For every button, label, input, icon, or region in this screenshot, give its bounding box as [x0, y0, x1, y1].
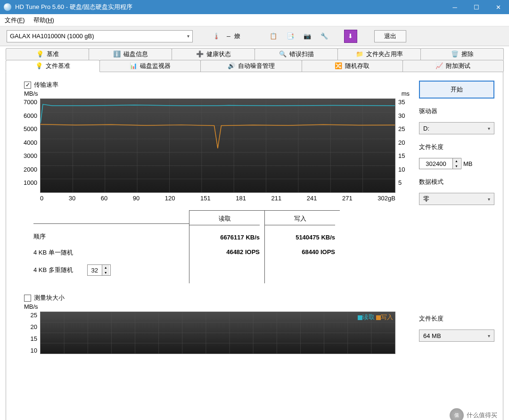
device-select[interactable]: GALAX HA101000N (1000 gB) ▾ — [7, 30, 193, 42]
transfer-rate-label: 传输速率 — [34, 81, 58, 89]
app-icon — [4, 3, 11, 11]
plus-icon: ➕ — [196, 50, 204, 58]
tabs-row-2: 💡文件基准 📊磁盘监视器 🔊自动噪音管理 🔀随机存取 📈附加测试 — [6, 60, 503, 72]
y-ticks-right: 3530252015105 — [395, 99, 410, 193]
watermark-icon: 值 — [450, 408, 464, 420]
plot-area — [40, 99, 395, 193]
chevron-down-icon: ▾ — [187, 33, 189, 39]
seq-write-value: 5140475 KB/s — [265, 230, 335, 245]
menu-file[interactable]: 文件(F) — [5, 16, 25, 25]
data-mode-label: 数据模式 — [419, 178, 494, 186]
chart-legend: 读取 写入 — [358, 313, 393, 321]
drive-label: 驱动器 — [419, 107, 494, 115]
data-mode-select[interactable]: 零▾ — [419, 193, 494, 205]
plot-area-2: 读取 写入 — [40, 312, 395, 354]
y-axis-right-label: ms — [402, 90, 410, 97]
row-4kb-multi: 4 KB 多重随机 ▲▼ — [33, 261, 189, 280]
copy-text-button[interactable]: 📋 — [267, 30, 280, 43]
maximize-button[interactable]: ☐ — [466, 0, 487, 14]
row-4kb-single: 4 KB 单一随机 — [33, 245, 189, 261]
content-panel: 传输速率 MB/s ms 700060005000400030002000100… — [6, 72, 503, 420]
spin-up-icon[interactable]: ▲ — [453, 158, 460, 164]
folder-icon: 📁 — [356, 50, 363, 58]
y-axis-left-label-2: MB/s — [24, 303, 38, 310]
col-write-header: 写入 — [265, 214, 335, 225]
watermark: 值 什么值得买 — [450, 408, 497, 420]
chart-icon: 📊 — [130, 62, 137, 70]
chevron-down-icon: ▾ — [488, 333, 490, 338]
seq-read-value: 6676117 KB/s — [189, 230, 260, 245]
tab-health[interactable]: ➕健康状态 — [172, 48, 255, 60]
x-ticks: 0306090120151181211241271302gB — [40, 193, 395, 202]
tab-erase[interactable]: 🗑️擦除 — [420, 48, 504, 60]
file-length2-label: 文件长度 — [419, 314, 494, 323]
bulb-icon: 💡 — [35, 62, 43, 70]
tab-diskinfo[interactable]: ℹ️磁盘信息 — [89, 48, 172, 60]
info-icon: ℹ️ — [113, 50, 121, 58]
col-read-header: 读取 — [189, 214, 260, 225]
tab-errorscan[interactable]: 🔍错误扫描 — [254, 48, 338, 60]
trash-icon: 🗑️ — [451, 50, 459, 58]
results-table: 顺序 4 KB 单一随机 4 KB 多重随机 ▲▼ 读取 6676117 KB/… — [33, 210, 410, 283]
save-button[interactable]: ⬇ — [344, 30, 357, 43]
y-ticks-left: 7000600050004000300020001000 — [15, 99, 40, 193]
menu-help[interactable]: 帮助(H) — [33, 16, 54, 25]
copy-info-button[interactable]: 📑 — [284, 30, 297, 43]
chevron-down-icon: ▾ — [488, 126, 490, 131]
exit-button[interactable]: 退出 — [374, 30, 406, 42]
spin-down-icon[interactable]: ▼ — [453, 164, 460, 169]
bulb-icon: 💡 — [36, 50, 44, 58]
y-axis-left-label: MB/s — [24, 90, 38, 97]
file-length-spinner[interactable]: ▲▼ — [419, 158, 461, 169]
tab-diskmon[interactable]: 📊磁盘监视器 — [99, 60, 201, 72]
options-button[interactable]: 🔧 — [318, 30, 331, 43]
tab-extra[interactable]: 📈附加测试 — [402, 60, 504, 72]
4kb-single-read-value: 46482 IOPS — [189, 245, 260, 259]
device-value: GALAX HA101000N (1000 gB) — [10, 33, 94, 40]
screenshot-button[interactable]: 📷 — [301, 30, 314, 43]
block-chart: MB/s 25201510 读取 写入 — [15, 305, 410, 354]
tab-folderusage[interactable]: 📁文件夹占用率 — [337, 48, 421, 60]
spin-up-icon[interactable]: ▲ — [102, 265, 109, 270]
y-ticks-left-2: 25201510 — [15, 312, 40, 354]
extra-icon: 📈 — [435, 62, 443, 70]
file-length2-select[interactable]: 64 MB▾ — [419, 329, 494, 342]
transfer-chart: MB/s ms 7000600050004000300020001000 353… — [15, 92, 410, 202]
queue-depth-spinner[interactable]: ▲▼ — [87, 264, 111, 276]
file-length-label: 文件长度 — [419, 143, 494, 151]
block-size-label: 测量块大小 — [34, 294, 65, 302]
temperature-button[interactable]: 🌡️ — [210, 30, 223, 43]
4kb-single-write-value: 68440 IOPS — [265, 245, 335, 259]
minimize-button[interactable]: ─ — [444, 0, 466, 14]
toolbar: GALAX HA101000N (1000 gB) ▾ 🌡️ — 燎 📋 📑 📷… — [0, 26, 509, 46]
chevron-down-icon: ▾ — [488, 197, 490, 202]
start-button[interactable]: 开始 — [419, 81, 494, 99]
title-bar: HD Tune Pro 5.60 - 硬盘/固态硬盘实用程序 ─ ☐ ✕ — [0, 0, 509, 14]
file-length-unit: MB — [463, 160, 473, 167]
menu-bar: 文件(F) 帮助(H) — [0, 14, 509, 26]
speaker-icon: 🔊 — [228, 62, 235, 70]
block-size-checkbox[interactable] — [24, 295, 31, 302]
row-sequential: 顺序 — [33, 229, 189, 245]
search-icon: 🔍 — [279, 50, 287, 58]
spin-down-icon[interactable]: ▼ — [102, 270, 109, 275]
window-title: HD Tune Pro 5.60 - 硬盘/固态硬盘实用程序 — [15, 3, 444, 11]
tab-aam[interactable]: 🔊自动噪音管理 — [200, 60, 302, 72]
drive-select[interactable]: D:▾ — [419, 122, 494, 134]
tab-benchmark[interactable]: 💡基准 — [6, 48, 89, 60]
transfer-rate-checkbox[interactable] — [24, 82, 31, 89]
random-icon: 🔀 — [335, 62, 342, 70]
close-button[interactable]: ✕ — [487, 0, 509, 14]
tab-filebench[interactable]: 💡文件基准 — [6, 60, 100, 72]
tabs-row-1: 💡基准 ℹ️磁盘信息 ➕健康状态 🔍错误扫描 📁文件夹占用率 🗑️擦除 — [6, 48, 503, 60]
tab-random[interactable]: 🔀随机存取 — [302, 60, 403, 72]
